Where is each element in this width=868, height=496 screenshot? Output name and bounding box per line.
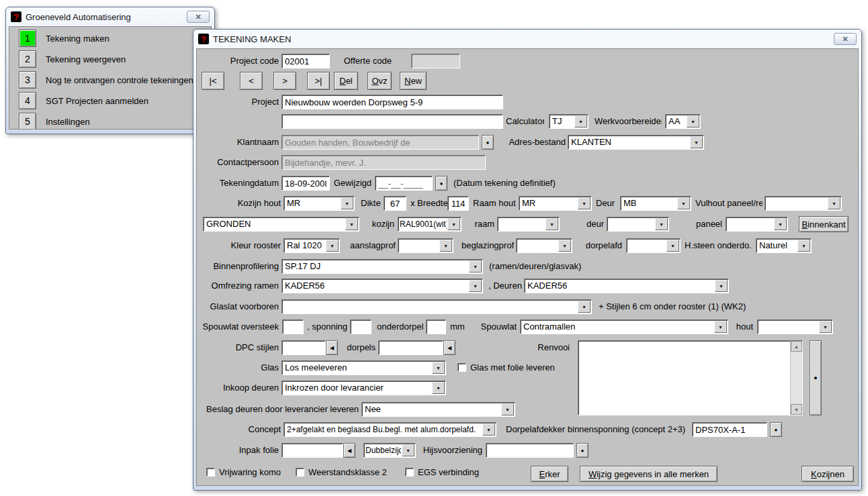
nav-prev-button[interactable]: < (240, 72, 263, 90)
hsteen-combobox[interactable]: Naturel ▼ (756, 238, 812, 253)
scroll-up-icon[interactable]: ▲ (791, 341, 802, 352)
dikte-input[interactable] (384, 196, 406, 211)
scrollbar-track[interactable] (791, 352, 802, 404)
menu-button-3[interactable]: 3 (19, 71, 36, 89)
klantnaam-lookup-button[interactable]: ● (482, 135, 494, 150)
ovz-button[interactable]: Ovz (367, 72, 392, 90)
project-input-2[interactable] (281, 114, 503, 129)
chevron-down-icon[interactable]: ▼ (574, 115, 587, 128)
egs-verbinding-checkbox[interactable] (405, 468, 414, 477)
dorpelafd-combobox[interactable]: ▼ (626, 238, 681, 253)
hout-combobox[interactable]: ▼ (757, 319, 833, 334)
renvooi-lookup-button[interactable]: ● (810, 340, 822, 415)
nav-last-button[interactable]: >| (307, 72, 330, 90)
kleur-raam-combobox[interactable]: ▼ (497, 217, 560, 232)
kozijn-hout-combobox[interactable]: MR ▼ (284, 196, 355, 211)
project-input[interactable] (281, 95, 503, 109)
offerte-code-input[interactable] (411, 54, 460, 68)
dorpelafdekker-input[interactable] (692, 422, 767, 437)
gewijzigd-picker-button[interactable]: ● (435, 176, 447, 191)
beglazingprof-combobox[interactable]: ▼ (516, 238, 572, 253)
kleur-deur-combobox[interactable]: ▼ (607, 217, 669, 232)
omfrezing-ramen-combobox[interactable]: KADER56 ▼ (281, 279, 483, 293)
chevron-down-icon[interactable]: ▼ (666, 240, 679, 252)
chevron-down-icon[interactable]: ▼ (558, 240, 571, 252)
chevron-down-icon[interactable]: ▼ (432, 362, 445, 374)
chevron-down-icon[interactable]: ▼ (546, 218, 558, 230)
hijsvoorziening-lookup-button[interactable]: ● (576, 443, 589, 458)
chevron-down-icon[interactable]: ▼ (402, 444, 415, 456)
menu-button-2[interactable]: 2 (19, 50, 36, 68)
chevron-down-icon[interactable]: ▼ (655, 218, 668, 230)
kleur-kozijn-combobox[interactable]: RAL9001(wit) ▼ (398, 217, 462, 232)
dorpels-prev-button[interactable]: ◀ (443, 340, 455, 355)
deur-combobox[interactable]: MB ▼ (620, 196, 691, 211)
glaslat-combobox[interactable]: ▼ (281, 299, 592, 314)
inpak-folie-prev-button[interactable]: ◀ (343, 443, 355, 458)
menu-item-tekening-maken[interactable]: 1 Tekening maken (19, 30, 110, 47)
menu-item-instellingen[interactable]: 5 Instellingen (19, 113, 90, 130)
chevron-down-icon[interactable]: ▼ (578, 197, 591, 209)
binnenkant-button[interactable]: Binnenkant (799, 216, 849, 232)
chevron-down-icon[interactable]: ▼ (439, 240, 452, 252)
inpak-folie-input[interactable] (281, 443, 343, 458)
scroll-down-icon[interactable]: ▼ (791, 404, 802, 415)
chevron-down-icon[interactable]: ▼ (469, 280, 482, 292)
delete-button[interactable]: Del (334, 72, 358, 90)
chevron-down-icon[interactable]: ▼ (432, 382, 445, 394)
dorpels-input[interactable] (378, 340, 443, 355)
dubbelzijde-combobox[interactable]: Dubbelzijde ▼ (363, 443, 416, 458)
kozijnen-button[interactable]: Kozijnen (801, 466, 854, 482)
calculator-combobox[interactable]: TJ ▼ (549, 114, 589, 129)
new-button[interactable]: New (400, 72, 427, 90)
dpc-stijlen-input[interactable] (281, 340, 326, 355)
nav-first-button[interactable]: |< (202, 72, 224, 90)
raam-hout-combobox[interactable]: MR ▼ (519, 196, 592, 211)
menu-item-tekening-weergeven[interactable]: 2 Tekening weergeven (19, 50, 126, 68)
aanslagprof-combobox[interactable]: ▼ (398, 238, 453, 253)
renvooi-textarea[interactable]: ▲ ▼ (578, 340, 803, 415)
contactpersoon-input[interactable] (281, 155, 486, 170)
beslag-combobox[interactable]: Nee ▼ (361, 402, 515, 417)
chevron-down-icon[interactable]: ▼ (819, 321, 832, 333)
menu-button-4[interactable]: 4 (19, 92, 36, 109)
inkoop-deuren-combobox[interactable]: Inkrozen door levarancier ▼ (281, 381, 446, 395)
werkvoorbereider-combobox[interactable]: AA ▼ (665, 114, 701, 129)
adres-bestand-combobox[interactable]: KLANTEN ▼ (568, 135, 704, 150)
onderdorpel-input[interactable] (426, 319, 446, 334)
chevron-down-icon[interactable]: ▼ (469, 260, 482, 272)
weerstandsklasse-checkbox[interactable] (296, 468, 304, 477)
hijsvoorziening-input[interactable] (486, 443, 574, 458)
spouwlat-combobox[interactable]: Contramallen ▼ (520, 319, 728, 334)
kleur-rooster-combobox[interactable]: Ral 1020 ▼ (284, 238, 340, 253)
wijzig-gegevens-button[interactable]: Wijzig gegevens in alle merken (580, 466, 718, 482)
chevron-down-icon[interactable]: ▼ (326, 240, 339, 252)
chevron-down-icon[interactable]: ▼ (482, 424, 495, 436)
concept-combobox[interactable]: 2+afgelakt en beglaasd Bu.begl. met alum… (284, 422, 496, 437)
gronden-combobox[interactable]: GRONDEN ▼ (203, 217, 359, 232)
chevron-down-icon[interactable]: ▼ (774, 218, 787, 230)
chevron-down-icon[interactable]: ▼ (797, 240, 810, 252)
renvooi-scrollbar[interactable]: ▲ ▼ (790, 341, 802, 415)
menu-item-controle-tekeningen[interactable]: 3 Nog te ontvangen controle tekeningen (19, 71, 193, 89)
sponning-input[interactable] (350, 319, 372, 334)
nav-next-button[interactable]: > (273, 72, 296, 90)
chevron-down-icon[interactable]: ▼ (578, 301, 591, 313)
chevron-down-icon[interactable]: ▼ (345, 218, 358, 230)
main-titlebar[interactable]: ? TEKENING MAKEN ✕ (196, 30, 859, 48)
chevron-down-icon[interactable]: ▼ (677, 197, 690, 209)
chevron-down-icon[interactable]: ▼ (715, 280, 728, 292)
chevron-down-icon[interactable]: ▼ (828, 197, 840, 209)
gewijzigd-input[interactable] (375, 176, 433, 191)
chevron-down-icon[interactable]: ▼ (714, 321, 727, 333)
menu-button-5[interactable]: 5 (19, 113, 36, 130)
close-icon[interactable]: ✕ (834, 33, 857, 45)
menu-item-sgt-projecten[interactable]: 4 SGT Projecten aanmelden (19, 92, 148, 109)
chevron-down-icon[interactable]: ▼ (690, 136, 703, 148)
chevron-down-icon[interactable]: ▼ (501, 403, 514, 415)
close-icon[interactable]: ✕ (187, 11, 210, 23)
erker-button[interactable]: Erker (531, 466, 568, 482)
chevron-down-icon[interactable]: ▼ (447, 218, 460, 230)
kleur-paneel-combobox[interactable]: ▼ (726, 217, 788, 232)
glas-combobox[interactable]: Los meeleveren ▼ (281, 360, 446, 375)
